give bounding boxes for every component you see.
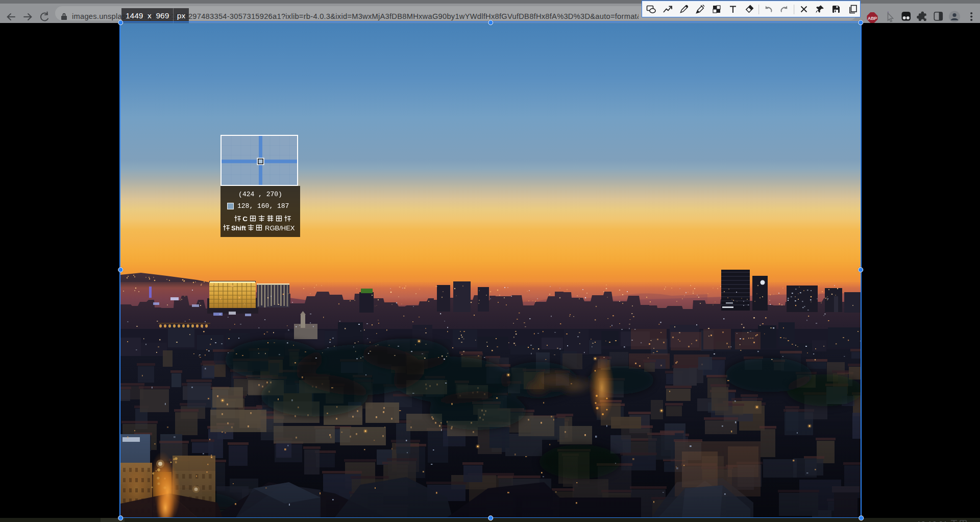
svg-text:ABP: ABP (868, 16, 877, 21)
svg-text:C: C (242, 215, 248, 223)
svg-text:RGB/HEX: RGB/HEX (265, 224, 295, 232)
svg-text:Shift: Shift (231, 224, 247, 232)
